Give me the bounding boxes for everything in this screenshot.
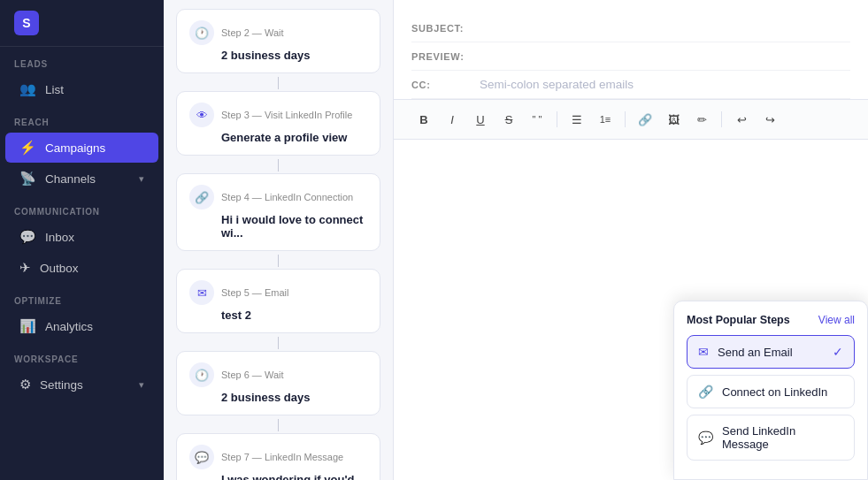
toolbar-separator-1 — [557, 111, 557, 127]
step-desc-6: 2 business days — [189, 391, 367, 404]
campaigns-icon: ⚡ — [19, 140, 36, 156]
sidebar-section-optimize: Optimize — [0, 284, 164, 310]
popular-step-icon-linkedin-connect: 🔗 — [698, 385, 713, 399]
sidebar-item-outbox[interactable]: ✈Outbox — [5, 253, 158, 283]
email-form: SUBJECT: PREVIEW: CC: — [394, 0, 868, 100]
sidebar-item-list[interactable]: 👥List — [5, 74, 158, 104]
sidebar-section-leads: Leads — [0, 47, 164, 73]
step-header-2: 🕐Step 2 — Wait — [189, 20, 367, 45]
sidebar-item-channels[interactable]: 📡Channels▾ — [5, 164, 158, 194]
undo-button[interactable]: ↩ — [729, 107, 754, 132]
quote-button[interactable]: " " — [525, 107, 549, 132]
ordered-list-button[interactable]: 1≡ — [593, 107, 618, 132]
popular-step-linkedin-message[interactable]: 💬Send LinkedIn Message — [687, 415, 855, 461]
step-icon-2: 🕐 — [189, 20, 214, 45]
popular-steps-title: Most Popular Steps — [687, 314, 790, 326]
sidebar-section-workspace: Workspace — [0, 342, 164, 369]
popular-step-linkedin-connect[interactable]: 🔗Connect on LinkedIn — [687, 375, 855, 408]
step-title-7: Step 7 — LinkedIn Message — [221, 452, 343, 462]
popular-step-label-email: Send an Email — [718, 346, 824, 359]
popular-step-email[interactable]: ✉Send an Email✓ — [687, 335, 855, 369]
step-title-4: Step 4 — LinkedIn Connection — [221, 192, 353, 202]
sidebar-section-reach: Reach — [0, 105, 164, 132]
right-panel: SUBJECT: PREVIEW: CC: B I U S " " ☰ 1≡ 🔗 — [394, 0, 868, 480]
step-header-3: 👁Step 3 — Visit LinkedIn Profile — [189, 103, 367, 127]
step-card-3[interactable]: 👁Step 3 — Visit LinkedIn ProfileGenerate… — [176, 91, 380, 156]
main-content: 🕐Step 2 — Wait2 business days👁Step 3 — V… — [164, 0, 868, 480]
chevron-down-icon: ▾ — [139, 173, 144, 185]
list-icon: 👥 — [19, 81, 36, 97]
channels-icon: 📡 — [19, 171, 36, 187]
step-icon-7: 💬 — [189, 445, 214, 469]
step-connector — [278, 77, 279, 89]
step-icon-6: 🕐 — [189, 362, 214, 387]
step-icon-5: ✉ — [189, 280, 214, 305]
step-desc-5: test 2 — [189, 309, 367, 322]
step-card-5[interactable]: ✉Step 5 — Emailtest 2 — [176, 269, 380, 333]
step-connector — [278, 337, 279, 349]
sidebar-item-label-settings: Settings — [40, 378, 83, 392]
preview-input[interactable] — [480, 50, 850, 63]
sidebar-item-analytics[interactable]: 📊Analytics — [5, 311, 158, 341]
sidebar-item-label-inbox: Inbox — [45, 231, 74, 244]
cc-field: CC: — [411, 71, 850, 99]
underline-button[interactable]: U — [468, 107, 493, 132]
sidebar-item-label-channels: Channels — [45, 172, 96, 186]
step-header-4: 🔗Step 4 — LinkedIn Connection — [189, 185, 367, 210]
step-header-6: 🕐Step 6 — Wait — [189, 362, 367, 387]
sidebar: S Leads👥ListReach⚡Campaigns📡Channels▾Com… — [0, 0, 164, 480]
sidebar-item-inbox[interactable]: 💬Inbox — [5, 222, 158, 252]
step-icon-3: 👁 — [189, 103, 214, 127]
popular-step-label-linkedin-connect: Connect on LinkedIn — [722, 385, 843, 399]
editor-toolbar: B I U S " " ☰ 1≡ 🔗 🖼 ✏ ↩ ↪ — [394, 100, 868, 140]
subject-label: SUBJECT: — [411, 23, 469, 34]
popular-step-icon-linkedin-message: 💬 — [698, 430, 713, 445]
sidebar-item-settings[interactable]: ⚙Settings▾ — [5, 370, 158, 400]
italic-button[interactable]: I — [440, 107, 465, 132]
sidebar-section-communication: Communication — [0, 194, 164, 221]
toolbar-separator-2 — [625, 111, 626, 127]
step-connector — [278, 159, 279, 171]
image-button[interactable]: 🖼 — [661, 107, 686, 132]
preview-field: PREVIEW: — [411, 42, 850, 71]
redo-button[interactable]: ↪ — [757, 107, 782, 132]
cc-input[interactable] — [480, 78, 850, 91]
checkmark-icon: ✓ — [833, 345, 843, 359]
sidebar-item-label-analytics: Analytics — [45, 320, 93, 333]
step-card-7[interactable]: 💬Step 7 — LinkedIn MessageI was wonderin… — [176, 433, 380, 480]
sidebar-item-label-outbox: Outbox — [40, 262, 79, 275]
step-card-6[interactable]: 🕐Step 6 — Wait2 business days — [176, 351, 380, 415]
step-connector — [278, 419, 279, 431]
subject-input[interactable] — [480, 21, 850, 34]
steps-panel: 🕐Step 2 — Wait2 business days👁Step 3 — V… — [164, 0, 394, 480]
analytics-icon: 📊 — [19, 318, 36, 334]
settings-icon: ⚙ — [19, 377, 31, 392]
view-all-link[interactable]: View all — [818, 314, 855, 326]
preview-label: PREVIEW: — [411, 51, 469, 62]
sidebar-item-campaigns[interactable]: ⚡Campaigns — [5, 133, 158, 163]
bold-button[interactable]: B — [411, 107, 436, 132]
cc-label: CC: — [411, 80, 469, 90]
step-icon-4: 🔗 — [189, 185, 214, 210]
strikethrough-button[interactable]: S — [496, 107, 521, 132]
step-title-3: Step 3 — Visit LinkedIn Profile — [221, 110, 352, 120]
step-desc-3: Generate a profile view — [189, 131, 367, 144]
logo-icon: S — [14, 11, 39, 35]
sidebar-logo: S — [0, 0, 164, 47]
step-card-2[interactable]: 🕐Step 2 — Wait2 business days — [176, 9, 380, 73]
step-card-4[interactable]: 🔗Step 4 — LinkedIn ConnectionHi i would … — [176, 173, 380, 251]
step-desc-4: Hi i would love to connect wi... — [189, 213, 367, 240]
bullet-list-button[interactable]: ☰ — [565, 107, 589, 132]
subject-field: SUBJECT: — [411, 14, 850, 42]
sidebar-item-label-campaigns: Campaigns — [45, 141, 105, 155]
step-title-6: Step 6 — Wait — [221, 370, 284, 380]
popular-step-icon-email: ✉ — [698, 345, 709, 359]
draw-button[interactable]: ✏ — [689, 107, 714, 132]
step-header-7: 💬Step 7 — LinkedIn Message — [189, 445, 367, 469]
link-button[interactable]: 🔗 — [633, 107, 657, 132]
step-title-2: Step 2 — Wait — [221, 27, 284, 38]
sidebar-item-label-list: List — [45, 83, 64, 96]
step-desc-7: I was wondering if you'd be i... — [189, 473, 367, 480]
step-desc-2: 2 business days — [189, 49, 367, 62]
chevron-down-icon: ▾ — [139, 379, 144, 391]
